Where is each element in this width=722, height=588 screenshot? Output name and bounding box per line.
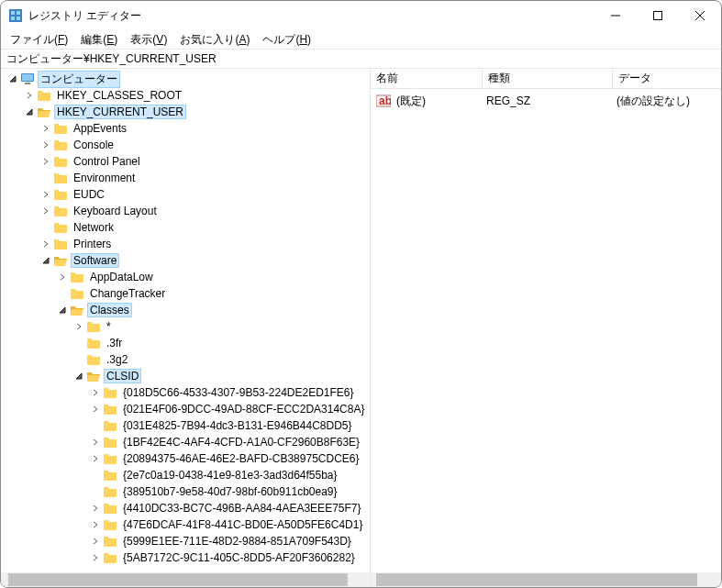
tree-node[interactable]: {47E6DCAF-41F8-441C-BD0E-A50D5FE6C4D1} [3,516,370,533]
tree-label: Printers [71,237,114,251]
tree-node-hkcu[interactable]: HKEY_CURRENT_USER [3,104,370,120]
expand-icon[interactable] [89,551,102,564]
tree-label: Control Panel [71,154,143,169]
tree-node[interactable]: {5AB7172C-9C11-405C-8DD5-AF20F3606282} [3,549,370,566]
expand-icon[interactable] [89,518,102,531]
tree-node[interactable]: .3fr [3,335,370,351]
folder-icon [103,551,117,564]
menu-view[interactable]: 表示(V) [125,30,172,50]
tree-label: .3g2 [104,352,130,367]
menu-help[interactable]: ヘルプ(H) [257,30,317,50]
maximize-button[interactable] [637,1,679,30]
tree-label: .3fr [104,336,125,350]
tree-label: {031E4825-7B94-4dc3-B131-E946B44C8DD5} [120,418,355,433]
tree-node-classes[interactable]: Classes [3,302,370,318]
expand-icon[interactable] [23,105,36,118]
expand-icon[interactable] [89,502,102,515]
expand-icon[interactable] [39,205,52,217]
list-pane: 名前 種類 データ ab (既定) REG_SZ (値の設定なし) [371,69,721,587]
folder-icon [103,403,117,416]
value-data: (値の設定なし) [615,94,690,109]
close-button[interactable] [679,1,721,30]
folder-open-icon [53,254,68,267]
tree-node[interactable]: {5999E1EE-711E-48D2-9884-851A709F543D} [3,533,370,549]
expand-icon[interactable] [56,271,69,283]
folder-open-icon [70,304,84,316]
tree-pane: コンピューター HKEY_CLASSES_ROOT HKEY_CURRENT_U… [1,69,371,587]
tree-label: Software [71,253,119,268]
expand-icon[interactable] [6,72,19,85]
column-header-name[interactable]: 名前 [371,69,483,88]
tree-node[interactable]: {4410DC33-BC7C-496B-AA84-4AEA3EEE75F7} [3,500,370,516]
expand-icon[interactable] [89,452,102,465]
menu-edit[interactable]: 編集(E) [75,30,123,50]
tree-label: Keyboard Layout [71,204,160,218]
tree-node[interactable]: {2e7c0a19-0438-41e9-81e3-3ad3d64f55ba} [3,467,370,483]
window-title: レジストリ エディター [28,8,594,24]
tree-node[interactable]: Network [3,219,370,236]
tree-node-software[interactable]: Software [3,252,370,269]
expand-icon[interactable] [39,254,52,267]
folder-icon [53,205,68,217]
tree-label: {20894375-46AE-46E2-BAFD-CB38975CDCE6} [120,451,362,466]
tree-horizontal-scrollbar[interactable] [1,572,370,587]
tree-node[interactable]: Console [3,137,370,153]
tree-label: {018D5C66-4533-4307-9B53-224DE2ED1FE6} [120,385,357,400]
tree-node[interactable]: Keyboard Layout [3,203,370,219]
list-horizontal-scrollbar[interactable] [371,572,721,587]
folder-icon [37,89,51,102]
expand-icon[interactable] [89,386,102,399]
tree-node-clsid[interactable]: CLSID [3,368,370,384]
tree-label: AppEvents [71,121,129,136]
folder-icon [53,139,68,151]
tree-node[interactable]: ChangeTracker [3,285,370,302]
expand-icon[interactable] [39,238,52,250]
expand-icon[interactable] [23,89,36,102]
tree-label: {2e7c0a19-0438-41e9-81e3-3ad3d64f55ba} [120,468,340,483]
expand-icon[interactable] [72,320,85,333]
tree-node-hkcr[interactable]: HKEY_CLASSES_ROOT [3,87,370,104]
column-header-type[interactable]: 種類 [483,69,613,88]
column-header-data[interactable]: データ [613,69,721,88]
tree-node[interactable]: {1BF42E4C-4AF4-4CFD-A1A0-CF2960B8F63E} [3,434,370,450]
tree-node[interactable]: Control Panel [3,153,370,170]
menu-favorites[interactable]: お気に入り(A) [174,30,255,50]
expand-icon[interactable] [89,535,102,548]
tree-label: {5AB7172C-9C11-405C-8DD5-AF20F3606282} [120,550,358,565]
folder-icon [103,419,117,432]
address-bar[interactable]: コンピューター¥HKEY_CURRENT_USER [1,49,721,69]
tree-node[interactable]: {031E4825-7B94-4dc3-B131-E946B44C8DD5} [3,417,370,434]
minimize-button[interactable] [594,1,637,30]
svg-rect-2 [17,11,20,15]
tree-node[interactable]: Printers [3,236,370,252]
tree-node[interactable]: {389510b7-9e58-40d7-98bf-60b911cb0ea9} [3,483,370,500]
tree-node[interactable]: Environment [3,170,370,186]
expand-icon[interactable] [39,122,52,135]
expand-icon[interactable] [39,139,52,151]
tree-node[interactable]: AppEvents [3,120,370,137]
menu-file[interactable]: ファイル(F) [5,30,73,50]
expand-icon[interactable] [56,304,69,316]
tree-node[interactable]: .3g2 [3,351,370,368]
expand-icon[interactable] [72,370,85,383]
tree-node-computer[interactable]: コンピューター [3,71,370,87]
folder-icon [103,452,117,465]
tree-label: CLSID [104,369,141,383]
list-body[interactable]: ab (既定) REG_SZ (値の設定なし) [371,89,721,572]
tree-node[interactable]: {021E4F06-9DCC-49AD-88CF-ECC2DA314C8A} [3,401,370,417]
tree-node[interactable]: EUDC [3,186,370,203]
tree-node[interactable]: * [3,318,370,335]
tree-view[interactable]: コンピューター HKEY_CLASSES_ROOT HKEY_CURRENT_U… [1,69,370,572]
expand-icon[interactable] [39,188,52,201]
menu-bar: ファイル(F) 編集(E) 表示(V) お気に入り(A) ヘルプ(H) [1,30,721,49]
list-row[interactable]: ab (既定) REG_SZ (値の設定なし) [371,93,721,109]
tree-node[interactable]: {20894375-46AE-46E2-BAFD-CB38975CDCE6} [3,450,370,467]
folder-icon [53,172,68,184]
folder-icon [103,469,117,482]
tree-node[interactable]: {018D5C66-4533-4307-9B53-224DE2ED1FE6} [3,384,370,401]
expand-icon[interactable] [89,403,102,416]
tree-label: EUDC [71,187,107,202]
expand-icon[interactable] [39,155,52,168]
tree-node[interactable]: AppDataLow [3,269,370,285]
expand-icon[interactable] [89,436,102,449]
